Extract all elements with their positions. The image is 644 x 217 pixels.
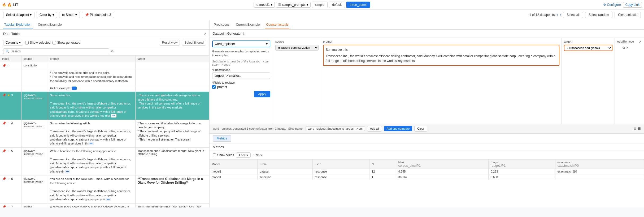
view-three-panel[interactable]: three_panel <box>346 2 370 8</box>
table-row[interactable]: 📌 ☆ constitution <box>0 62 209 69</box>
pin-icon[interactable]: 📌 <box>2 93 6 97</box>
ellipsis-button[interactable]: ••• <box>106 198 111 201</box>
pin-icon[interactable]: 📌 <box>2 64 6 67</box>
reset-view-button[interactable]: Reset view <box>160 40 180 46</box>
tab-tabular-exploration[interactable]: Tabular Exploration <box>3 21 33 29</box>
table-row[interactable]: ## For example: ... <box>0 85 209 92</box>
select-filtered-button[interactable]: Select filtered <box>182 40 206 46</box>
datapoints-info: 1 of 12 datapoints <box>529 13 555 17</box>
expand-right-icon[interactable]: ⤢ <box>638 40 642 44</box>
prompt-column: prompt Summarize this. Transocean inc., … <box>321 38 562 124</box>
tab-counterfactuals[interactable]: Counterfactuals <box>265 21 289 29</box>
star-icon[interactable]: ☆ <box>7 149 10 153</box>
pin-icon: 📌 <box>85 13 89 17</box>
generator-title: Datapoint Generator <box>213 32 242 35</box>
show-slices-label[interactable]: Show slices <box>213 153 234 157</box>
metrics-from: dataset <box>258 169 313 174</box>
search-settings-icon[interactable]: ⚙ <box>111 49 114 53</box>
fields-prompt-checkbox[interactable] <box>212 85 216 89</box>
show-selected-checkbox[interactable] <box>25 41 29 44</box>
apply-button[interactable]: Apply <box>254 91 270 97</box>
show-slices-checkbox[interactable] <box>213 153 216 157</box>
generator-section-header: Datapoint Generator ℹ <box>210 30 644 38</box>
select-datapoint-button[interactable]: Select datapoint ▾ <box>3 12 34 18</box>
substitutions-input[interactable] <box>212 73 270 79</box>
table-row[interactable]: 📌 ☆ 4 gigaword-summar ization Summarize … <box>0 120 209 147</box>
color-by-button[interactable]: Color by ▾ <box>37 12 57 18</box>
facets-button[interactable]: Facets <box>236 152 251 158</box>
select-all-button[interactable]: Select all <box>563 12 583 18</box>
row-prompt: ## For example: ... <box>48 85 135 92</box>
metrics-table: Model From Field N bleucorpus_bleu@1 rou… <box>210 160 644 180</box>
more-button[interactable]: ... <box>72 87 77 90</box>
remove-row-icon[interactable]: ✕ <box>626 46 629 49</box>
dataset-selector[interactable]: ☰ sample_prompts ▾ <box>276 2 311 8</box>
next-datapoint[interactable]: › <box>560 13 561 17</box>
show-generated-label[interactable]: Show generated <box>53 41 80 44</box>
tab-current-example[interactable]: Current Example <box>37 21 63 29</box>
clear-selection-button[interactable]: Clear selectio <box>615 12 641 18</box>
select-random-button[interactable]: Select random <box>585 12 612 18</box>
copy-row-icon[interactable]: ⧉ <box>623 46 625 49</box>
clear-button[interactable]: Clear <box>414 126 427 132</box>
pin-icon[interactable]: 📌 <box>2 121 6 125</box>
table-row[interactable]: 📌 ☆ 5 gigaword-summar ization Write a he… <box>0 147 209 175</box>
row-index <box>0 85 21 92</box>
pin-button[interactable]: 📌 Pin datapoint 3 <box>82 12 114 18</box>
target-select[interactable]: - Transocean and globals <box>564 45 612 51</box>
configure-button[interactable]: ⚙ Configure <box>603 3 621 7</box>
generator-selector[interactable]: word_replacer ▾ <box>212 40 270 47</box>
row-prompt: * The analysis should be brief and to th… <box>48 69 135 85</box>
pin-icon[interactable]: 📌 <box>2 177 6 181</box>
table-view-icon[interactable]: ☰ <box>638 127 641 130</box>
search-input[interactable] <box>11 49 107 53</box>
show-generated-checkbox[interactable] <box>53 41 56 44</box>
expand-button[interactable]: ⤢ <box>203 32 206 36</box>
view-simple[interactable]: simple <box>312 2 328 8</box>
tab-predictions[interactable]: Predictions <box>213 21 230 29</box>
columns-button[interactable]: Columns ▾ <box>3 40 23 46</box>
add-and-compare-button[interactable]: Add and compare <box>384 126 412 131</box>
fields-checkbox-label[interactable]: prompt <box>212 85 270 89</box>
target-col-header: target <box>564 40 612 43</box>
show-selected-label[interactable]: Show selected <box>25 41 50 44</box>
star-icon[interactable]: ★ <box>7 93 10 97</box>
metrics-section: Metrics Metrics Show slices Facets : Non… <box>210 133 644 207</box>
row-index <box>0 69 21 85</box>
toolbar-right: 1 of 12 datapoints ‹ › Select all Select… <box>529 12 641 18</box>
source-select[interactable]: gigaword-summarization <box>275 45 319 51</box>
prev-datapoint[interactable]: ‹ <box>557 13 558 17</box>
pin-icon[interactable]: 📌 <box>2 149 6 153</box>
ellipsis-button[interactable]: ••• <box>111 114 116 117</box>
fields-replace-section: *Fields to replace prompt <box>212 81 270 89</box>
copy-link-button[interactable]: Copy Link <box>623 2 642 8</box>
star-icon[interactable]: ☆ <box>7 205 10 207</box>
ellipsis-button[interactable]: ••• <box>65 170 70 173</box>
table-row[interactable]: * The analysis should be brief and to th… <box>0 69 209 85</box>
row-target <box>135 62 209 69</box>
logo-icon: 🔥 <box>2 3 6 7</box>
tab-current-example[interactable]: Current Example <box>235 21 261 29</box>
model-selector[interactable]: ⊙ model1 ▾ <box>254 2 275 8</box>
col-header-target: target <box>135 56 209 62</box>
slices-button[interactable]: ⊞ Slices ▾ <box>59 12 80 18</box>
grid-view-icon[interactable]: ⊞ <box>634 127 636 130</box>
add-all-button[interactable]: Add all <box>367 126 382 132</box>
row-target: - Transocean and globalsantafe merge to … <box>135 92 209 120</box>
pin-icon[interactable]: 📌 <box>2 205 6 207</box>
metrics-tab-button[interactable]: Metrics <box>213 135 231 142</box>
row-index: 📌 ★ 3 <box>0 92 21 120</box>
table-row[interactable]: 📌 ☆ 7 gsm8k A carnival snack booth made … <box>0 203 209 207</box>
table-row[interactable]: 📌 ☆ 6 gigaword-summar ization You are an… <box>0 175 209 203</box>
view-icons: ⊞ ☰ <box>634 127 641 130</box>
search-bar[interactable]: 🔍 <box>3 48 109 54</box>
star-icon[interactable]: ☆ <box>7 64 10 67</box>
table-row-selected[interactable]: 📌 ★ 3 gigaword-summar ization Summarize … <box>0 92 209 120</box>
star-icon[interactable]: ☆ <box>7 177 10 181</box>
star-icon[interactable]: ☆ <box>7 121 10 125</box>
row-prompt: Summarize this. Transocean inc., the wor… <box>48 92 135 120</box>
view-default[interactable]: default <box>329 2 345 8</box>
metrics-model: model1 <box>210 169 258 174</box>
ellipsis-button[interactable]: ••• <box>88 142 94 145</box>
app-name: 🔥 LIT <box>7 3 18 7</box>
